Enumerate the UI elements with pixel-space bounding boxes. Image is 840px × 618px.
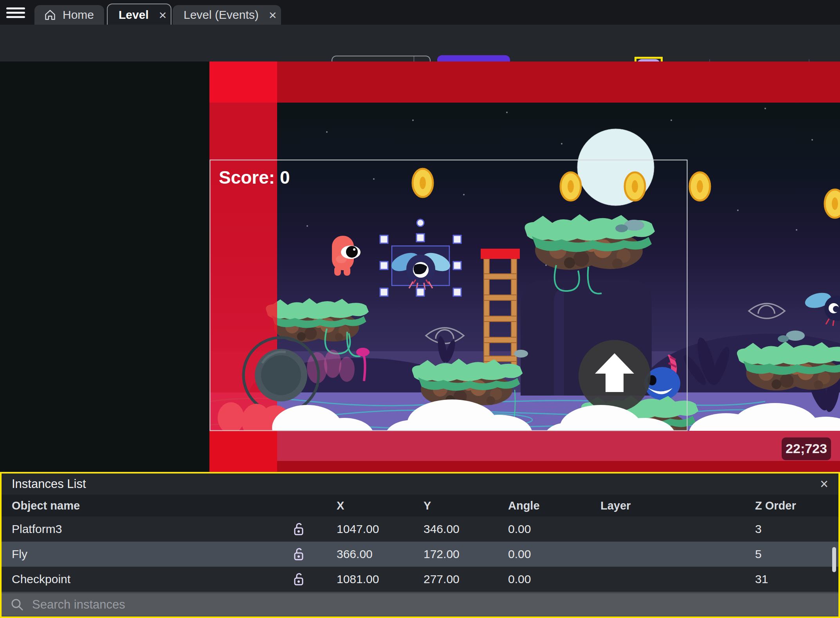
unlock-icon[interactable] xyxy=(283,522,315,537)
unlock-icon[interactable] xyxy=(283,572,315,587)
cell-angle[interactable]: 0.00 xyxy=(508,548,600,561)
game-scene: Score: 0 xyxy=(209,61,840,472)
column-object-name: Object name xyxy=(2,499,283,512)
cell-angle[interactable]: 0.00 xyxy=(508,573,600,586)
coordinates-badge: 22;723 xyxy=(782,437,831,460)
scene-editor-canvas[interactable]: Score: 0 xyxy=(0,61,840,472)
platform xyxy=(412,359,523,406)
instances-header-row: Object name X Y Angle Layer Z Order xyxy=(2,495,838,517)
search-icon xyxy=(10,598,24,612)
cell-object-name: Fly xyxy=(2,548,283,561)
platform xyxy=(266,298,369,342)
instances-list-panel: Instances List × Object name X Y Angle L… xyxy=(0,472,840,618)
tab-level-label: Level xyxy=(119,8,149,22)
tab-level-close-icon[interactable]: × xyxy=(159,8,167,22)
tab-level-events-close-icon[interactable]: × xyxy=(269,8,277,22)
column-y: Y xyxy=(424,499,508,512)
cell-x[interactable]: 366.00 xyxy=(315,548,424,561)
menu-hamburger-icon[interactable] xyxy=(6,5,25,20)
cell-y[interactable]: 277.00 xyxy=(424,573,508,586)
panel-scrollbar[interactable] xyxy=(832,547,836,572)
home-icon xyxy=(43,8,57,22)
main-toolbar: Preview Publish xyxy=(0,25,840,61)
cell-y[interactable]: 172.00 xyxy=(424,548,508,561)
column-x: X xyxy=(315,499,424,512)
cell-angle[interactable]: 0.00 xyxy=(508,522,600,536)
column-layer: Layer xyxy=(600,499,755,512)
cell-z-order[interactable]: 31 xyxy=(755,573,838,586)
unlock-icon[interactable] xyxy=(283,547,315,562)
panel-title: Instances List xyxy=(12,477,86,491)
tab-bar: Home Level × Level (Events) × xyxy=(0,0,840,25)
red-zone-top xyxy=(209,61,840,103)
jump-button xyxy=(579,340,651,412)
panel-close-icon[interactable]: × xyxy=(820,477,828,491)
tab-level-events[interactable]: Level (Events) × xyxy=(173,5,281,25)
tab-level-events-label: Level (Events) xyxy=(184,8,259,22)
cell-x[interactable]: 1047.00 xyxy=(315,522,424,536)
cell-y[interactable]: 346.00 xyxy=(424,522,508,536)
tab-home-label: Home xyxy=(63,8,94,22)
cell-object-name: Platform3 xyxy=(2,522,283,536)
tab-home[interactable]: Home xyxy=(34,5,104,25)
instance-row-checkpoint[interactable]: Checkpoint 1081.00 277.00 0.00 31 xyxy=(2,567,838,592)
column-angle: Angle xyxy=(508,499,600,512)
cell-object-name: Checkpoint xyxy=(2,573,283,586)
gdevelop-editor-window: Home Level × Level (Events) × xyxy=(0,0,840,618)
cell-z-order[interactable]: 3 xyxy=(755,522,838,536)
instance-row-fly-selected[interactable]: Fly 366.00 172.00 0.00 5 xyxy=(2,542,838,567)
cell-x[interactable]: 1081.00 xyxy=(315,573,424,586)
search-bar xyxy=(2,593,838,616)
selected-fly-instance[interactable] xyxy=(389,246,453,290)
tab-level[interactable]: Level × xyxy=(107,4,171,25)
column-z-order: Z Order xyxy=(755,499,838,512)
instance-row-platform3[interactable]: Platform3 1047.00 346.00 0.00 3 xyxy=(2,517,838,542)
score-label: Score: 0 xyxy=(219,167,290,188)
platform xyxy=(737,342,840,390)
svg-text:22;723: 22;723 xyxy=(786,441,827,456)
search-input[interactable] xyxy=(31,597,835,612)
cell-z-order[interactable]: 5 xyxy=(755,548,838,561)
